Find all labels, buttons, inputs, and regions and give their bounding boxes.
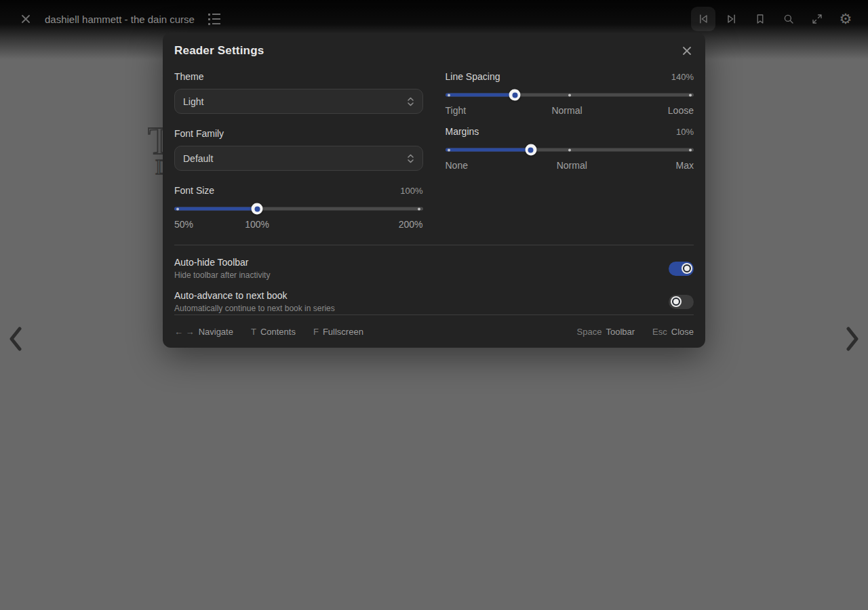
auto-hide-toolbar-toggle[interactable]: [669, 262, 694, 276]
auto-advance-toggle[interactable]: [669, 295, 694, 309]
fullscreen-button[interactable]: [805, 7, 829, 31]
line-spacing-label: Line Spacing: [446, 71, 500, 82]
close-icon: [681, 45, 693, 57]
line-spacing-max-label: Loose: [668, 105, 694, 116]
table-of-contents-icon[interactable]: [204, 9, 224, 29]
bookmark-button[interactable]: [748, 7, 772, 31]
skip-previous-icon: [696, 12, 710, 26]
font-size-slider[interactable]: [174, 203, 423, 214]
slider-tick: [448, 94, 450, 96]
close-reader-button[interactable]: [14, 7, 38, 31]
book-title: dashiell hammett - the dain curse: [45, 14, 195, 25]
next-page-button[interactable]: [841, 321, 864, 357]
arrow-keys-hint: ← →: [174, 327, 195, 337]
close-icon: [20, 14, 31, 24]
line-spacing-value: 140%: [671, 72, 694, 82]
bookmark-icon: [754, 13, 766, 25]
auto-hide-toolbar-label: Auto-hide Toolbar: [174, 257, 270, 268]
margins-value: 10%: [676, 127, 694, 137]
auto-hide-toolbar-row: Auto-hide Toolbar Hide toolbar after ina…: [174, 257, 694, 280]
search-button[interactable]: [776, 7, 801, 31]
font-size-label: Font Size: [174, 185, 214, 196]
fullscreen-hint-label: Fullscreen: [323, 327, 363, 337]
select-chevrons-icon: [407, 96, 414, 107]
settings-left-column: Theme Light Font Family Default Font Siz…: [174, 71, 423, 230]
margins-slider-thumb[interactable]: [525, 144, 536, 156]
navigate-hint: ← → Navigate: [174, 327, 233, 337]
space-key-hint: Space: [577, 327, 602, 337]
auto-hide-toolbar-description: Hide toolbar after inactivity: [174, 270, 270, 280]
settings-button[interactable]: ⚙: [833, 7, 858, 31]
font-size-min-label: 50%: [174, 219, 193, 230]
font-family-label: Font Family: [174, 128, 423, 139]
skip-next-icon: [725, 12, 738, 26]
contents-hint-label: Contents: [260, 327, 296, 337]
esc-key-hint: Esc: [652, 327, 667, 337]
margins-max-label: Max: [676, 160, 694, 171]
fullscreen-key-hint: F: [313, 327, 319, 337]
fullscreen-icon: [811, 13, 823, 25]
toolbar-hint: Space Toolbar: [577, 327, 635, 337]
auto-advance-row: Auto-advance to next book Automatically …: [174, 290, 694, 313]
line-spacing-slider[interactable]: [446, 89, 694, 100]
slider-tick: [176, 207, 179, 210]
navigate-hint-label: Navigate: [199, 327, 233, 337]
margins-mid-label: Normal: [557, 160, 587, 171]
toggle-knob: [682, 263, 692, 274]
reader-settings-dialog: Reader Settings Theme Light Font Family …: [163, 33, 705, 348]
contents-hint: T Contents: [251, 327, 296, 337]
margins-min-label: None: [446, 160, 468, 171]
close-hint-label: Close: [671, 327, 694, 337]
toggle-knob: [671, 296, 682, 307]
chevron-right-icon: [845, 326, 860, 352]
toolbar-hint-label: Toolbar: [606, 327, 635, 337]
font-size-max-label: 200%: [399, 219, 423, 230]
auto-advance-description: Automatically continue to next book in s…: [174, 304, 335, 313]
section-divider: [174, 245, 694, 245]
font-size-value: 100%: [400, 186, 422, 196]
contents-key-hint: T: [251, 327, 256, 337]
font-family-select[interactable]: Default: [174, 146, 423, 171]
slider-tick: [689, 148, 692, 151]
font-family-selected-value: Default: [183, 153, 213, 164]
dialog-title: Reader Settings: [174, 44, 264, 58]
line-spacing-mid-label: Normal: [551, 105, 582, 116]
dialog-close-button[interactable]: [679, 43, 694, 58]
line-spacing-min-label: Tight: [446, 105, 467, 116]
margins-slider[interactable]: [446, 144, 694, 155]
next-book-button[interactable]: [719, 7, 744, 31]
font-size-slider-thumb[interactable]: [252, 203, 263, 215]
slider-tick: [568, 148, 571, 151]
gear-icon: ⚙: [840, 12, 852, 26]
fullscreen-hint: F Fullscreen: [313, 327, 363, 337]
auto-advance-label: Auto-advance to next book: [174, 290, 335, 301]
chevron-left-icon: [8, 326, 23, 352]
theme-select[interactable]: Light: [174, 89, 423, 114]
shortcut-hints-bar: ← → Navigate T Contents F Fullscreen Spa…: [174, 314, 694, 348]
theme-selected-value: Light: [183, 96, 203, 107]
previous-book-button[interactable]: [691, 7, 715, 31]
settings-right-column: Line Spacing 140% Tight Normal Loose: [446, 71, 694, 230]
margins-label: Margins: [446, 126, 479, 137]
slider-tick: [568, 94, 571, 96]
slider-tick: [418, 207, 420, 210]
select-chevrons-icon: [407, 153, 414, 164]
close-hint: Esc Close: [652, 327, 694, 337]
search-icon: [783, 13, 795, 25]
slider-tick: [689, 94, 692, 96]
font-size-mid-label: 100%: [245, 219, 269, 230]
line-spacing-slider-thumb[interactable]: [509, 89, 521, 101]
theme-label: Theme: [174, 71, 423, 82]
slider-tick: [448, 148, 450, 151]
previous-page-button[interactable]: [4, 321, 27, 357]
